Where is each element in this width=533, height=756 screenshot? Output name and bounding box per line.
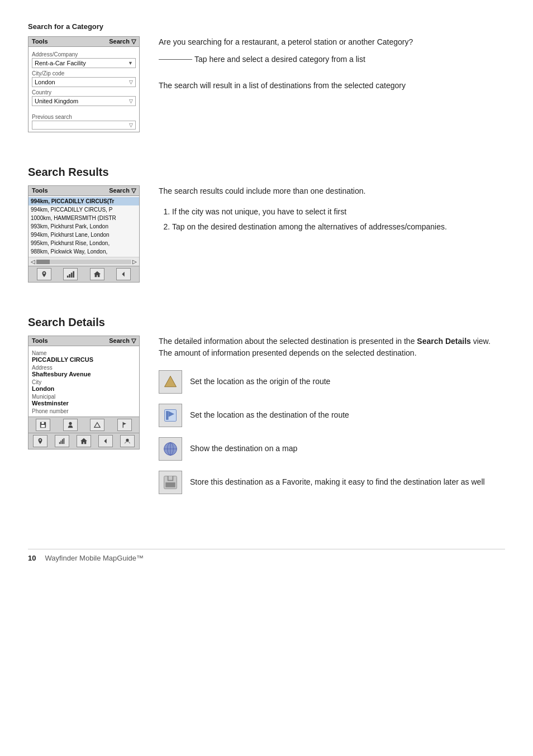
icon-origin-row: Set the location as the origin of the ro… <box>159 370 505 394</box>
results-step2: Tap on the desired destination among the… <box>172 221 505 233</box>
svg-rect-0 <box>67 276 69 278</box>
details-toolbar-search: Search ▽ <box>109 337 136 344</box>
svg-marker-8 <box>94 423 100 428</box>
footer-map-icon[interactable] <box>37 268 51 280</box>
results-list: 994km, PICCADILLY CIRCUS(Tr 994km, PICCA… <box>28 196 139 257</box>
search-details-row: Tools Search ▽ Name PICCADILLY CIRCUS Ad… <box>28 336 505 504</box>
icon-dest-row: Set the location as the destination of t… <box>159 404 505 427</box>
toolbar-search-label: Search ▽ <box>109 38 136 45</box>
phone-screen-details: Tools Search ▽ Name PICCADILLY CIRCUS Ad… <box>28 336 140 449</box>
svg-rect-9 <box>122 422 123 428</box>
footer-page-number: 10 <box>28 554 36 562</box>
back-btn[interactable] <box>98 435 113 447</box>
results-steps: If the city was not unique, you have to … <box>172 206 505 233</box>
country-arrow: ▽ <box>129 98 133 104</box>
toolbar-tools-label: Tools <box>32 38 48 45</box>
category-desc1: Are you searching for a restaurant, a pe… <box>159 36 505 48</box>
result-item-5[interactable]: 995km, Pickhurst Rise, London, <box>28 239 139 247</box>
details-desc-para: The detailed information about the selec… <box>159 336 505 359</box>
footer-signal-icon <box>63 268 78 280</box>
result-item-4[interactable]: 994km, Pickhurst Lane, London <box>28 231 139 239</box>
details-desc-col: The detailed information about the selec… <box>159 336 505 504</box>
details-desc-text: The detailed information about the selec… <box>159 337 415 346</box>
city-label: City <box>32 379 136 385</box>
name-value: PICCADILLY CIRCUS <box>32 356 136 363</box>
result-item-2[interactable]: 1000km, HAMMERSMITH (DISTR <box>28 214 139 222</box>
category-desc2: Tap here and select a desired category f… <box>194 54 365 65</box>
facility-field[interactable]: Rent-a-Car Facility ▼ <box>32 58 136 68</box>
svg-rect-25 <box>169 476 173 480</box>
city-value: London <box>32 385 136 392</box>
triangle-btn[interactable] <box>90 419 104 431</box>
svg-rect-23 <box>165 482 175 487</box>
svg-point-7 <box>69 422 72 425</box>
phone-screen-results: Tools Search ▽ 994km, PICCADILLY CIRCUS(… <box>28 185 140 283</box>
search-results-screenshot: Tools Search ▽ 994km, PICCADILLY CIRCUS(… <box>28 185 145 283</box>
details-body: Name PICCADILLY CIRCUS Address Shaftesbu… <box>28 346 139 417</box>
search-details-heading: Search Details <box>28 316 505 329</box>
country-field[interactable]: United Kingdom ▽ <box>32 96 136 106</box>
result-item-0[interactable]: 994km, PICCADILLY CIRCUS(Tr <box>28 197 139 205</box>
svg-rect-2 <box>71 272 73 277</box>
user-btn[interactable] <box>120 435 135 447</box>
previous-field[interactable]: ▽ <box>32 121 136 130</box>
previous-arrow: ▽ <box>129 122 133 128</box>
scroll-right-arrow: ▷ <box>132 259 137 265</box>
person-btn[interactable] <box>63 419 78 431</box>
dest-icon-desc: Set the location as the destination of t… <box>190 410 349 421</box>
home-btn[interactable] <box>77 435 91 447</box>
flag-btn[interactable] <box>117 419 132 431</box>
name-label: Name <box>32 350 136 356</box>
city-arrow: ▽ <box>129 79 133 85</box>
category-body: Address/Company Rent-a-Car Facility ▼ Ci… <box>28 47 139 132</box>
page-footer: 10 Wayfinder Mobile MapGuide™ <box>28 549 505 562</box>
map-btn[interactable] <box>33 435 47 447</box>
results-toolbar-tools: Tools <box>32 187 48 194</box>
cityzip-label: City/Zip code <box>32 70 136 76</box>
results-desc-col: The search results could include more th… <box>159 185 505 283</box>
city-field[interactable]: London ▽ <box>32 77 136 87</box>
icon-fav-row: Store this destination as a Favorite, ma… <box>159 471 505 494</box>
map-icon-desc: Show the destination on a map <box>190 443 297 454</box>
search-category-screenshot: Tools Search ▽ Address/Company Rent-a-Ca… <box>28 36 145 132</box>
map-icon-box <box>159 437 182 461</box>
save-btn[interactable] <box>36 419 50 431</box>
svg-rect-17 <box>166 411 168 420</box>
results-desc: The search results could include more th… <box>159 185 505 197</box>
footer-product-name: Wayfinder Mobile MapGuide™ <box>45 554 144 562</box>
facility-value: Rent-a-Car Facility <box>35 60 86 66</box>
svg-rect-11 <box>61 441 62 444</box>
svg-rect-5 <box>41 425 45 427</box>
details-toolbar-row2 <box>28 433 139 449</box>
fav-icon-box <box>159 471 182 494</box>
category-desc3: The search will result in a list of dest… <box>159 80 505 92</box>
phone-screen-category: Tools Search ▽ Address/Company Rent-a-Ca… <box>28 36 140 132</box>
scroll-track <box>36 260 131 264</box>
svg-rect-3 <box>73 271 75 277</box>
svg-rect-13 <box>64 438 65 444</box>
icon-map-row: Show the destination on a map <box>159 437 505 461</box>
footer-back-icon[interactable] <box>116 268 131 280</box>
svg-point-14 <box>126 439 129 442</box>
page-content: Search for a Category Tools Search ▽ Add… <box>28 22 505 562</box>
facility-arrow: ▼ <box>128 60 133 66</box>
dest-icon-box <box>159 404 182 427</box>
city-value: London <box>35 79 55 85</box>
result-item-3[interactable]: 993km, Pickhurst Park, London <box>28 222 139 231</box>
footer-home-icon[interactable] <box>90 268 104 280</box>
svg-rect-10 <box>59 442 60 444</box>
result-item-1[interactable]: 994km, PICCADILLY CIRCUS, P <box>28 205 139 214</box>
results-scrollbar: ◁ ▷ <box>28 257 139 266</box>
results-step1: If the city was not unique, you have to … <box>172 206 505 218</box>
search-results-row: Tools Search ▽ 994km, PICCADILLY CIRCUS(… <box>28 185 505 283</box>
result-item-6[interactable]: 988km, Pickwick Way, London, <box>28 247 139 256</box>
svg-rect-6 <box>42 422 44 424</box>
category-desc-col: Are you searching for a restaurant, a pe… <box>159 36 505 132</box>
country-label: Country <box>32 89 136 95</box>
address-company-label: Address/Company <box>32 51 136 58</box>
svg-rect-12 <box>62 439 63 444</box>
search-details-screenshot: Tools Search ▽ Name PICCADILLY CIRCUS Ad… <box>28 336 145 504</box>
details-toolbar-top: Tools Search ▽ <box>28 336 139 346</box>
search-category-row: Tools Search ▽ Address/Company Rent-a-Ca… <box>28 36 505 132</box>
svg-marker-15 <box>165 376 177 387</box>
